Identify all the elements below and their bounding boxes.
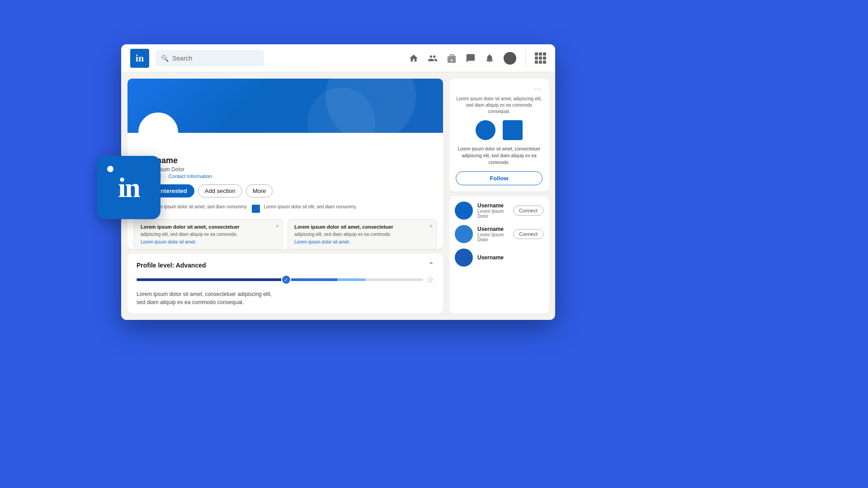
notif-card-1: × Lorem ipsum dolor sit amet, consectetu… <box>134 219 283 249</box>
people-card: Username Lorem Ipsum Dolor Connect Usern… <box>449 196 549 314</box>
profile-name: Username <box>138 156 432 165</box>
nav-logo-text: in <box>136 52 144 64</box>
notif-title-2: Lorem ipsum dolor sit amet, consectetuer <box>294 224 430 230</box>
person-info-3: Username <box>477 254 543 261</box>
contact-info-link[interactable]: Contact Information <box>169 174 212 179</box>
profile-level-header: Profile level: Advanced ⌃ <box>137 261 434 269</box>
person-info-2: Username Lorem Ipsum Dolor <box>477 226 509 242</box>
search-bar[interactable]: 🔍 Search <box>156 50 264 66</box>
info-box-text-1: Lorem ipsum dolor sit amet, sed diam non… <box>150 204 247 210</box>
progress-fill-mid <box>286 278 337 281</box>
nav-avatar[interactable] <box>504 52 516 65</box>
info-box-2: Lorem ipsum dolor sit elit, sed diam non… <box>252 204 357 213</box>
navbar: in 🔍 Search <box>121 44 555 72</box>
nav-bell-icon[interactable] <box>485 53 495 63</box>
progress-check-icon: ✓ <box>281 275 291 285</box>
home-icon <box>409 53 419 63</box>
connect-button-1[interactable]: Connect <box>513 206 543 216</box>
profile-level-title: Profile level: Advanced <box>137 262 206 269</box>
profile-level-desc-line2: sed diam aliquip ex ea commodo consequat… <box>137 299 244 305</box>
logo-in-text: in <box>118 174 140 202</box>
progress-bar-wrap: ✓ ☆ <box>137 275 434 285</box>
people-icon <box>428 53 438 63</box>
bell-icon <box>485 53 495 63</box>
main-content: Username Lorem Ipsum Dolor Cdmx, MX · Co… <box>121 72 555 320</box>
person-subtitle-2: Lorem Ipsum Dolor <box>477 232 509 242</box>
profile-avatar-wrap <box>138 113 443 152</box>
scene: in in 🔍 Search <box>0 0 868 488</box>
notif-close-1[interactable]: × <box>276 223 279 230</box>
search-label: Search <box>172 55 192 62</box>
profile-level-desc-line1: Lorem ipsum dolor sit amet, consectetuer… <box>137 291 272 297</box>
logo-dot <box>107 166 113 172</box>
promo-card-desc: Lorem ipsum dolor sit amet, consectetuer… <box>456 145 542 166</box>
star-icon[interactable]: ☆ <box>427 275 434 285</box>
profile-actions: I am interested Add section More <box>138 184 432 197</box>
linkedin-logo-card: in <box>97 156 160 219</box>
profile-level-card: Profile level: Advanced ⌃ ✓ ☆ Lorem <box>127 253 443 314</box>
promo-circle-icon <box>476 120 495 140</box>
profile-avatar <box>138 113 178 152</box>
chat-icon <box>466 53 476 63</box>
promo-square-icon <box>503 120 523 140</box>
promo-card-text: Lorem ipsum dolor sit amet, adipiscing e… <box>456 96 542 115</box>
person-row-3: Username <box>455 249 543 267</box>
browser-window: in 🔍 Search <box>121 44 555 320</box>
progress-fill-dark <box>137 278 286 281</box>
profile-info: Username Lorem Ipsum Dolor Cdmx, MX · Co… <box>127 156 443 204</box>
profile-info-boxes: Lorem ipsum dolor sit amet, sed diam non… <box>127 204 443 219</box>
nav-grid-icon[interactable] <box>535 52 546 64</box>
notif-link-2[interactable]: Lorem ipsum dolor sit amet. <box>294 239 430 244</box>
nav-people-icon[interactable] <box>428 53 438 63</box>
person-row-2: Username Lorem Ipsum Dolor Connect <box>455 225 543 243</box>
notif-card-2: × Lorem ipsum dolor sit amet, consectetu… <box>288 219 437 249</box>
notif-body-2: adipiscing elit, sed diam aliquip ex ea … <box>294 231 430 238</box>
more-button[interactable]: More <box>246 184 273 197</box>
promo-card: ··· Lorem ipsum dolor sit amet, adipisci… <box>449 79 549 192</box>
profile-card: Username Lorem Ipsum Dolor Cdmx, MX · Co… <box>127 79 443 249</box>
connect-button-2[interactable]: Connect <box>513 229 543 239</box>
nav-chat-icon[interactable] <box>466 53 476 63</box>
profile-level-description: Lorem ipsum dolor sit amet, consectetuer… <box>137 290 434 306</box>
briefcase-icon <box>447 53 457 63</box>
nav-logo[interactable]: in <box>130 49 149 68</box>
promo-card-top: ··· <box>456 85 542 93</box>
follow-button[interactable]: Follow <box>456 171 542 185</box>
profile-subtitle: Lorem Ipsum Dolor <box>138 166 432 173</box>
notif-title-1: Lorem ipsum dolor sit amet, consectetuer <box>141 224 276 230</box>
info-box-icon-2 <box>252 205 260 213</box>
person-avatar-1 <box>455 202 473 220</box>
notif-close-2[interactable]: × <box>429 223 433 230</box>
profile-section: Username Lorem Ipsum Dolor Cdmx, MX · Co… <box>127 79 443 314</box>
notif-body-1: adipiscing elit, sed diam aliquip ex ea … <box>141 231 276 238</box>
nav-icons <box>409 50 546 66</box>
person-name-1: Username <box>477 202 509 209</box>
progress-bar: ✓ <box>137 278 423 281</box>
person-avatar-3 <box>455 249 473 267</box>
search-icon: 🔍 <box>161 55 169 62</box>
promo-icons-row <box>456 120 542 140</box>
info-box-text-2: Lorem ipsum dolor sit elit, sed diam non… <box>264 204 357 210</box>
person-name-3: Username <box>477 254 543 261</box>
person-info-1: Username Lorem Ipsum Dolor <box>477 202 509 219</box>
person-row-1: Username Lorem Ipsum Dolor Connect <box>455 202 543 220</box>
right-sidebar: ··· Lorem ipsum dolor sit amet, adipisci… <box>449 79 549 314</box>
nav-divider <box>525 50 526 66</box>
notif-link-1[interactable]: Lorem ipsum dolor sit amet. <box>141 239 276 244</box>
person-name-2: Username <box>477 226 509 232</box>
chevron-up-icon[interactable]: ⌃ <box>428 261 434 269</box>
person-subtitle-1: Lorem Ipsum Dolor <box>477 209 509 219</box>
notification-cards: × Lorem ipsum dolor sit amet, consectetu… <box>127 219 443 249</box>
nav-home-icon[interactable] <box>409 53 419 63</box>
profile-location: Cdmx, MX · Contact Information <box>138 174 432 179</box>
progress-fill-light <box>337 278 366 281</box>
three-dots-icon[interactable]: ··· <box>534 85 542 93</box>
person-avatar-2 <box>455 225 473 243</box>
add-section-button[interactable]: Add section <box>198 184 242 197</box>
nav-briefcase-icon[interactable] <box>447 53 457 63</box>
